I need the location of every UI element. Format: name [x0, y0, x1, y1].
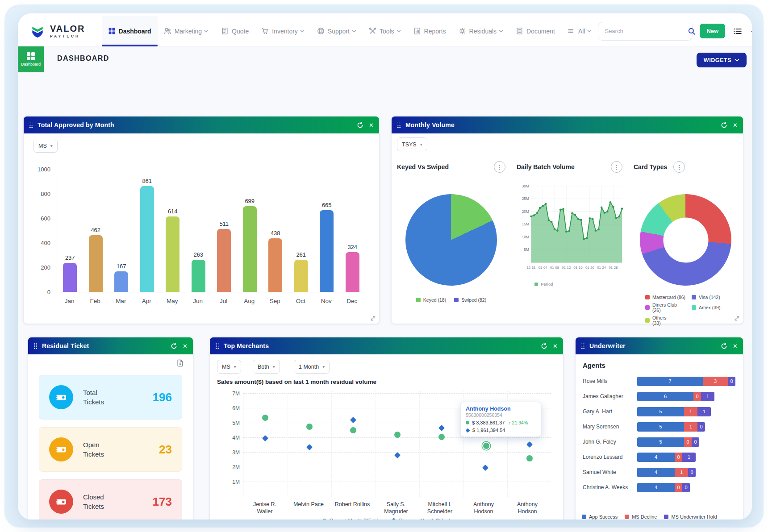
period-filter-dropdown[interactable]: 1 Month▾ [294, 360, 330, 374]
bar-chart: 02004006008001000 2374621678616142635116… [31, 169, 370, 308]
tooltip-current-value: $ 3,383,861.37 [472, 420, 505, 425]
drag-handle-icon[interactable] [397, 122, 401, 128]
scatter-point-current[interactable] [482, 442, 490, 450]
close-icon[interactable]: ✕ [553, 343, 558, 349]
widgets-button[interactable]: WIDGETS [697, 53, 747, 67]
new-button[interactable]: New [700, 24, 725, 38]
svg-text:01-28: 01-28 [609, 266, 618, 270]
nav-item-reports[interactable]: Reports [407, 16, 452, 46]
drag-handle-icon[interactable] [581, 343, 585, 349]
nav-item-document[interactable]: Document [509, 16, 561, 46]
svg-text:01-12: 01-12 [562, 266, 571, 270]
agent-row: Mary Sorensen510 [583, 420, 737, 433]
previous-month-marker [466, 428, 470, 432]
close-icon[interactable]: ✕ [733, 122, 738, 129]
nav-item-inventory[interactable]: Inventory [255, 16, 311, 46]
task-list-icon[interactable] [732, 26, 743, 37]
scatter-point-previous[interactable] [438, 425, 444, 431]
scatter-point-previous[interactable] [482, 465, 488, 471]
close-icon[interactable]: ✕ [369, 122, 374, 129]
ms-underwriter-hold-segment: 1 [697, 407, 711, 416]
brand-logo[interactable]: VALOR PAYTECH [29, 21, 97, 42]
nav-item-support[interactable]: Support [311, 16, 363, 46]
scatter-point-current[interactable] [350, 427, 356, 433]
nav-item-tools[interactable]: Tools [363, 16, 407, 46]
processor-filter-dropdown[interactable]: MS▾ [33, 139, 58, 153]
gear-icon[interactable] [750, 26, 752, 37]
ms-decline-segment: 0 [693, 392, 701, 401]
legend-swatch [645, 305, 650, 310]
valor-shield-icon [29, 23, 46, 39]
agent-bar: 401 [637, 453, 696, 462]
top-navbar: VALOR PAYTECH DashboardMarketingQuoteInv… [18, 13, 752, 46]
kebab-menu-icon[interactable]: ⋮ [673, 161, 685, 173]
legend-item: Visa (142) [692, 295, 720, 300]
bar-column: 861 [134, 178, 160, 292]
legend-item: App Success [582, 514, 618, 520]
refresh-icon[interactable] [541, 343, 547, 349]
nav-item-marketing[interactable]: Marketing [158, 16, 215, 46]
nav-item-label: All [578, 28, 585, 35]
resize-handle-icon[interactable] [370, 315, 376, 321]
bar-value-label: 263 [193, 251, 203, 258]
ms-decline-segment: 0 [675, 453, 682, 462]
type-filter-dropdown[interactable]: Both▾ [253, 360, 280, 374]
bar-column: 263 [186, 251, 211, 292]
x-axis-label: Anthony Hodson [462, 501, 505, 515]
nav-item-dashboard[interactable]: Dashboard [102, 16, 158, 46]
search-icon[interactable] [688, 27, 696, 35]
bar-chart-plot: 237462167861614263511699438261665324 [57, 169, 365, 292]
refresh-icon[interactable] [171, 343, 177, 349]
y-axis-tick: 1M [225, 479, 240, 485]
scatter-point-previous[interactable] [394, 452, 401, 458]
svg-text:15M: 15M [522, 222, 529, 226]
scatter-point-current[interactable] [262, 415, 268, 421]
legend-item: Swiped (82) [454, 297, 486, 303]
agent-name: James Gallagher [583, 393, 637, 400]
drag-handle-icon[interactable] [33, 343, 38, 349]
resize-handle-icon[interactable] [734, 315, 739, 321]
export-file-icon[interactable] [174, 359, 187, 367]
scatter-point-current[interactable] [526, 455, 533, 461]
processor-filter-dropdown[interactable]: TSYS▾ [397, 137, 427, 151]
refresh-icon[interactable] [721, 343, 727, 349]
legend-swatch [645, 318, 650, 323]
scatter-point-previous[interactable] [306, 444, 313, 450]
scatter-point-current[interactable] [306, 424, 313, 430]
refresh-icon[interactable] [721, 122, 727, 129]
scatter-point-previous[interactable] [262, 435, 268, 441]
open-tickets-card[interactable]: OpenTickets23 [39, 427, 182, 472]
close-icon[interactable]: ✕ [183, 343, 188, 349]
bar-value-label: 699 [245, 198, 255, 204]
scatter-point-previous[interactable] [526, 441, 533, 448]
scatter-point-current[interactable] [438, 434, 445, 440]
widget-header: Residual Ticket ✕ [28, 337, 193, 354]
bar-value-label: 237 [65, 254, 75, 261]
nav-item-quote[interactable]: Quote [215, 16, 255, 46]
close-icon[interactable]: ✕ [733, 343, 738, 349]
svg-text:01-08: 01-08 [550, 266, 559, 270]
y-axis-tick: 1000 [31, 166, 50, 173]
search-box[interactable] [598, 22, 693, 41]
bar-jul [217, 229, 231, 292]
kebab-menu-icon[interactable]: ⋮ [611, 161, 622, 173]
total-tickets-card[interactable]: TotalTickets196 [39, 375, 182, 420]
search-input[interactable] [604, 27, 684, 35]
batch-legend: Period [534, 282, 622, 287]
grid-icon [108, 27, 116, 35]
drag-handle-icon[interactable] [215, 343, 219, 349]
nav-item-all[interactable]: All [561, 16, 598, 46]
kebab-menu-icon[interactable]: ⋮ [494, 161, 505, 173]
legend-label: Current Month $(Feb) [330, 518, 379, 520]
widget-title: Top Merchants [224, 342, 269, 349]
merchant-tooltip: Anthony Hodson 55630000256354 $ 3,383,86… [460, 402, 542, 437]
sidebar-tab-dashboard[interactable]: Dashboard [18, 46, 44, 72]
closed-tickets-card[interactable]: ClosedTickets173 [39, 479, 182, 520]
ms-underwriter-hold-segment: 0 [688, 468, 696, 477]
processor-filter-dropdown[interactable]: MS▾ [217, 360, 241, 374]
widget-header: Top Merchants ✕ [210, 337, 563, 354]
app-success-segment: 5 [637, 407, 684, 416]
refresh-icon[interactable] [357, 122, 363, 129]
drag-handle-icon[interactable] [29, 122, 33, 128]
nav-item-residuals[interactable]: Residuals [452, 16, 509, 46]
